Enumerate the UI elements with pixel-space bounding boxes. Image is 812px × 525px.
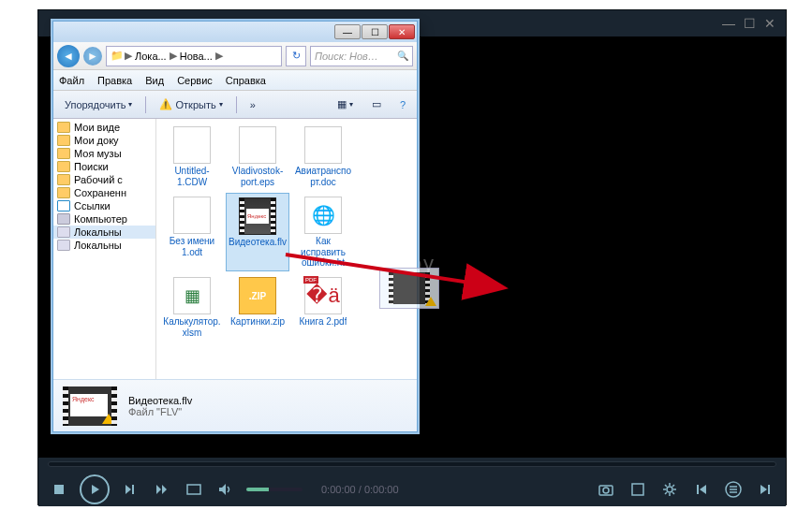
- tree-item[interactable]: Локальны: [53, 239, 155, 252]
- nav-back-button[interactable]: ◄: [57, 45, 80, 67]
- tree-item[interactable]: Поиски: [53, 160, 155, 173]
- menu-bar: Файл Правка Вид Сервис Справка: [53, 70, 417, 91]
- svg-marker-4: [156, 485, 161, 494]
- share-button[interactable]: »: [244, 97, 261, 112]
- glob-file-icon: 🌐: [304, 197, 342, 234]
- pdf-file-icon: �ä: [304, 277, 342, 314]
- details-filename: Видеотека.flv: [128, 395, 192, 406]
- file-item[interactable]: ▦Калькулятор.xlsm: [160, 273, 224, 342]
- svg-rect-12: [697, 485, 699, 494]
- folder-tree[interactable]: Мои видеМои докуМоя музыПоискиРабочий сС…: [53, 119, 156, 379]
- explorer-minimize-button[interactable]: —: [334, 24, 361, 39]
- settings-icon[interactable]: [658, 478, 681, 501]
- player-maximize-button[interactable]: ☐: [741, 17, 758, 30]
- player-close-button[interactable]: ✕: [761, 17, 778, 30]
- playlist-next-button[interactable]: [754, 478, 776, 501]
- explorer-nav: ◄ ► 📁 ▶ Лока... ▶ Нова... ▶ ↻ Поиск: Нов…: [53, 42, 417, 70]
- address-bar[interactable]: 📁 ▶ Лока... ▶ Нова... ▶: [106, 46, 282, 66]
- tree-item[interactable]: Локальны: [53, 226, 155, 239]
- file-pane[interactable]: Untitled-1.CDWVladivostok-port.epsАвиатр…: [156, 119, 417, 379]
- drag-ghost: [379, 268, 439, 309]
- svg-marker-2: [125, 485, 131, 494]
- fullscreen-button[interactable]: [183, 478, 205, 501]
- file-item[interactable]: .ZIPКартинки.zip: [226, 273, 289, 342]
- stop-button[interactable]: [48, 478, 70, 501]
- file-item[interactable]: Vladivostok-port.eps: [226, 123, 289, 191]
- tree-item[interactable]: Рабочий с: [53, 173, 155, 186]
- drive-icon: [57, 240, 70, 251]
- capture-button[interactable]: [595, 478, 617, 501]
- svg-marker-13: [700, 485, 706, 494]
- open-button[interactable]: ⚠️ Открыть: [154, 96, 228, 112]
- play-button[interactable]: [80, 474, 110, 504]
- folder-icon: 📁: [111, 50, 124, 62]
- search-input[interactable]: Поиск: Нов…: [310, 46, 413, 66]
- flv-file-icon: Яндекс: [239, 197, 276, 235]
- folder-icon: [57, 187, 70, 198]
- svg-rect-3: [132, 485, 134, 494]
- svg-marker-15: [760, 485, 767, 494]
- tree-item[interactable]: Сохраненн: [53, 186, 155, 199]
- file-item[interactable]: Авиатранспорт.doc: [291, 123, 355, 191]
- explorer-window: — ☐ ✕ ◄ ► 📁 ▶ Лока... ▶ Нова... ▶ ↻ Поис…: [52, 21, 418, 432]
- menu-help[interactable]: Справка: [226, 75, 266, 86]
- svg-rect-0: [54, 485, 64, 494]
- next-button[interactable]: [119, 478, 141, 501]
- volume-icon[interactable]: [214, 478, 237, 501]
- tree-item[interactable]: Ссылки: [53, 199, 155, 212]
- explorer-maximize-button[interactable]: ☐: [362, 24, 388, 39]
- folder-icon: [57, 148, 70, 159]
- menu-view[interactable]: Вид: [145, 75, 164, 86]
- details-pane: Яндекс Видеотека.flv Файл "FLV": [53, 379, 417, 431]
- player-controls: 0:00:00 / 0:00:00: [38, 473, 786, 506]
- player-minimize-button[interactable]: —: [720, 17, 737, 30]
- warning-icon: ⚠️: [159, 98, 172, 110]
- menu-tools[interactable]: Сервис: [177, 75, 213, 86]
- tree-item[interactable]: Моя музы: [53, 147, 155, 160]
- folder-icon: [57, 122, 70, 133]
- file-item[interactable]: Untitled-1.CDW: [160, 123, 224, 191]
- link-icon: [57, 200, 70, 211]
- svg-rect-16: [768, 485, 770, 494]
- playlist-prev-button[interactable]: [690, 478, 713, 501]
- menu-edit[interactable]: Правка: [97, 75, 132, 86]
- file-item[interactable]: �äКнига 2.pdf: [291, 273, 355, 342]
- comp-icon: [57, 213, 70, 225]
- zip-file-icon: .ZIP: [239, 277, 276, 314]
- preview-pane-button[interactable]: ▭: [366, 96, 387, 112]
- folder-icon: [57, 135, 70, 146]
- tree-item[interactable]: Мои виде: [53, 121, 155, 134]
- svg-marker-7: [219, 484, 226, 495]
- nav-forward-button[interactable]: ►: [83, 47, 102, 66]
- file-item[interactable]: ЯндексВидеотека.flv: [226, 193, 289, 271]
- drive-icon: [57, 226, 70, 238]
- file-item[interactable]: Без имени 1.odt: [160, 193, 224, 271]
- xls-file-icon: ▦: [173, 277, 211, 314]
- explorer-titlebar[interactable]: — ☐ ✕: [53, 22, 417, 42]
- folder-icon: [57, 174, 70, 185]
- svg-point-9: [603, 488, 609, 493]
- details-filetype: Файл "FLV": [128, 406, 192, 417]
- refresh-button[interactable]: ↻: [286, 46, 306, 66]
- step-button[interactable]: [151, 478, 173, 501]
- svg-rect-6: [187, 485, 200, 494]
- doc-file-icon: [173, 197, 211, 234]
- svg-marker-5: [162, 485, 167, 494]
- doc-file-icon: [304, 126, 342, 164]
- tree-item[interactable]: Мои доку: [53, 134, 155, 147]
- seek-bar-container: [38, 458, 786, 473]
- toolbar: Упорядочить ⚠️ Открыть » ▦ ▭ ?: [53, 91, 417, 119]
- file-item[interactable]: 🌐Как исправить ошибки.ht: [291, 193, 355, 271]
- menu-file[interactable]: Файл: [59, 75, 84, 86]
- help-button[interactable]: ?: [394, 97, 411, 112]
- view-mode-button[interactable]: ▦: [332, 96, 359, 112]
- tree-item[interactable]: Компьютер: [53, 212, 155, 226]
- folder-icon: [57, 161, 70, 172]
- organize-button[interactable]: Упорядочить: [59, 97, 138, 112]
- seek-bar[interactable]: [48, 461, 776, 467]
- explorer-close-button[interactable]: ✕: [389, 24, 415, 39]
- volume-slider[interactable]: [246, 488, 303, 491]
- effects-button[interactable]: [627, 478, 649, 501]
- doc-file-icon: [239, 126, 276, 164]
- playlist-button[interactable]: [722, 478, 745, 501]
